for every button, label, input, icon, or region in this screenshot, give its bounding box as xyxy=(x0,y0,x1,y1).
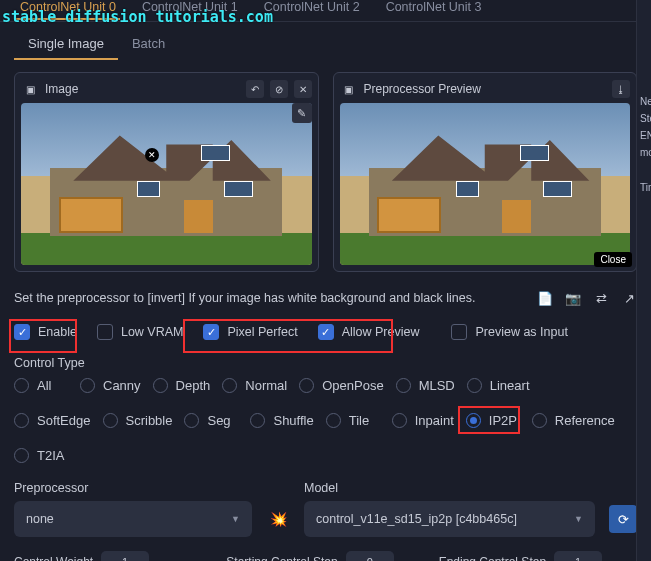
radio-openpose[interactable] xyxy=(299,378,314,393)
refresh-models-button[interactable]: ⟳ xyxy=(609,505,637,533)
clear-button[interactable]: ⊘ xyxy=(270,80,288,98)
radio-inpaint-label: Inpaint xyxy=(415,413,454,428)
allow-preview-label: Allow Preview xyxy=(342,325,420,339)
hint-row: Set the preprocessor to [invert] If your… xyxy=(0,272,651,316)
start-step-label: Starting Control Step xyxy=(226,555,337,561)
preprocessor-select[interactable]: none ▼ xyxy=(14,501,252,537)
preview-image-panel: ▣ Preprocessor Preview ⭳ Close xyxy=(333,72,638,272)
control-weight-label: Control Weight xyxy=(14,555,93,561)
right-sidebar-cutoff: Ne Ste EN mo Tin xyxy=(636,0,651,561)
low-vram-checkbox[interactable] xyxy=(97,324,113,340)
radio-reference[interactable] xyxy=(532,413,547,428)
radio-seg-label: Seg xyxy=(207,413,230,428)
pixel-perfect-label: Pixel Perfect xyxy=(227,325,297,339)
radio-tile[interactable] xyxy=(326,413,341,428)
swap-icon[interactable]: ⇄ xyxy=(593,290,609,306)
preview-as-input-checkbox[interactable] xyxy=(451,324,467,340)
slider-row: Control Weight 1 Starting Control Step 0… xyxy=(0,539,651,561)
right-text-4: mo xyxy=(640,147,651,158)
new-canvas-icon[interactable]: 📄 xyxy=(537,290,553,306)
tag-remove-icon[interactable]: ✕ xyxy=(145,148,159,162)
tab-batch[interactable]: Batch xyxy=(118,32,179,60)
pixel-perfect-checkbox[interactable]: ✓ xyxy=(203,324,219,340)
right-text-5: Tin xyxy=(640,182,651,193)
end-step-label: Ending Control Step xyxy=(439,555,546,561)
radio-normal[interactable] xyxy=(222,378,237,393)
radio-openpose-label: OpenPose xyxy=(322,378,383,393)
radio-normal-label: Normal xyxy=(245,378,287,393)
radio-ip2p-label: IP2P xyxy=(489,413,517,428)
radio-softedge[interactable] xyxy=(14,413,29,428)
low-vram-label: Low VRAM xyxy=(121,325,184,339)
remove-button[interactable]: ✕ xyxy=(294,80,312,98)
model-label: Model xyxy=(304,481,595,495)
edit-icon[interactable]: ✎ xyxy=(292,103,312,123)
control-type-label: Control Type xyxy=(0,354,651,378)
tab-single-image[interactable]: Single Image xyxy=(14,32,118,60)
right-text-2: Ste xyxy=(640,113,651,124)
preview-image-label: Preprocessor Preview xyxy=(364,82,481,96)
download-button[interactable]: ⭳ xyxy=(612,80,630,98)
tab-unit-3[interactable]: ControlNet Unit 3 xyxy=(382,0,486,18)
model-select[interactable]: control_v11e_sd15_ip2p [c4bb465c] ▼ xyxy=(304,501,595,537)
radio-canny[interactable] xyxy=(80,378,95,393)
radio-canny-label: Canny xyxy=(103,378,141,393)
undo-button[interactable]: ↶ xyxy=(246,80,264,98)
input-image-panel: ▣ Image ↶ ⊘ ✕ ✎ ✕ xyxy=(14,72,319,272)
input-image-label: Image xyxy=(45,82,78,96)
chevron-down-icon: ▼ xyxy=(574,514,583,524)
radio-t2ia-label: T2IA xyxy=(37,448,64,463)
radio-t2ia[interactable] xyxy=(14,448,29,463)
allow-preview-checkbox[interactable]: ✓ xyxy=(318,324,334,340)
start-step-value[interactable]: 0 xyxy=(346,551,394,561)
dropdown-row: Preprocessor none ▼ 💥 Model control_v11e… xyxy=(0,473,651,539)
preview-image[interactable] xyxy=(340,103,631,265)
radio-softedge-label: SoftEdge xyxy=(37,413,91,428)
preprocessor-value: none xyxy=(26,512,54,526)
send-icon[interactable]: ↗ xyxy=(621,290,637,306)
radio-all-label: All xyxy=(37,378,51,393)
radio-depth-label: Depth xyxy=(176,378,211,393)
preview-as-input-label: Preview as Input xyxy=(475,325,567,339)
sub-tabs: Single Image Batch xyxy=(0,32,651,60)
webcam-icon[interactable]: 📷 xyxy=(565,290,581,306)
control-weight-value[interactable]: 1 xyxy=(101,551,149,561)
radio-lineart[interactable] xyxy=(467,378,482,393)
preview-icon: ▣ xyxy=(340,80,358,98)
tab-unit-2[interactable]: ControlNet Unit 2 xyxy=(260,0,364,18)
options-row: ✓ Enable Low VRAM ✓ Pixel Perfect ✓ Allo… xyxy=(0,316,651,354)
radio-mlsd[interactable] xyxy=(396,378,411,393)
radio-all[interactable] xyxy=(14,378,29,393)
end-step-value[interactable]: 1 xyxy=(554,551,602,561)
radio-depth[interactable] xyxy=(153,378,168,393)
enable-label: Enable xyxy=(38,325,77,339)
radio-shuffle-label: Shuffle xyxy=(273,413,313,428)
radio-reference-label: Reference xyxy=(555,413,615,428)
hint-text: Set the preprocessor to [invert] If your… xyxy=(14,291,525,305)
radio-ip2p[interactable] xyxy=(466,413,481,428)
close-preview-button[interactable]: Close xyxy=(594,252,632,267)
radio-lineart-label: Lineart xyxy=(490,378,530,393)
right-text-3: EN xyxy=(640,130,651,141)
run-preprocessor-button[interactable]: 💥 xyxy=(266,501,290,537)
preprocessor-label: Preprocessor xyxy=(14,481,252,495)
enable-checkbox[interactable]: ✓ xyxy=(14,324,30,340)
right-text-1: Ne xyxy=(640,96,651,107)
radio-mlsd-label: MLSD xyxy=(419,378,455,393)
control-type-radios: All Canny Depth Normal OpenPose MLSD Lin… xyxy=(0,378,651,473)
input-image[interactable] xyxy=(21,103,312,265)
image-icon: ▣ xyxy=(21,80,39,98)
chevron-down-icon: ▼ xyxy=(231,514,240,524)
image-panels-row: ▣ Image ↶ ⊘ ✕ ✎ ✕ ▣ Preprocessor Preview… xyxy=(0,60,651,272)
radio-scribble[interactable] xyxy=(103,413,118,428)
model-value: control_v11e_sd15_ip2p [c4bb465c] xyxy=(316,512,517,526)
radio-seg[interactable] xyxy=(184,413,199,428)
radio-inpaint[interactable] xyxy=(392,413,407,428)
radio-scribble-label: Scribble xyxy=(126,413,173,428)
radio-shuffle[interactable] xyxy=(250,413,265,428)
watermark-text: stable diffusion tutorials.com xyxy=(2,8,273,26)
radio-tile-label: Tile xyxy=(349,413,369,428)
